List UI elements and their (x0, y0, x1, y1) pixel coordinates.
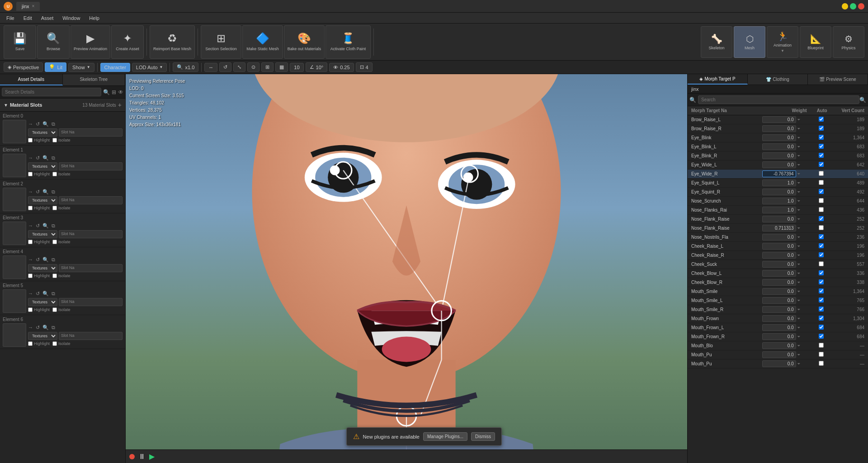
morph-weight-spin[interactable]: ⏷ (797, 172, 801, 176)
morph-weight-input[interactable] (762, 360, 796, 367)
make-static-mesh-button[interactable]: 🔷 Make Static Mesh (242, 25, 283, 59)
minimize-button[interactable] (842, 3, 848, 9)
material-reset-icon[interactable]: ↺ (36, 223, 40, 229)
morph-weight-input[interactable] (762, 225, 796, 232)
morph-weight-input[interactable] (762, 270, 796, 277)
morph-weight-spin[interactable]: ⏷ (797, 307, 801, 312)
morph-weight-spin[interactable]: ⏷ (797, 262, 801, 266)
morph-weight-spin[interactable]: ⏷ (797, 118, 801, 122)
material-arrow-icon[interactable]: → (28, 325, 33, 330)
snap-value-button[interactable]: 10 (290, 63, 303, 72)
morph-weight-spin[interactable]: ⏷ (797, 344, 801, 348)
morph-auto-checkbox[interactable] (819, 288, 824, 293)
morph-weight-spin[interactable]: ⏷ (797, 163, 801, 167)
eye-icon[interactable]: 👁 (118, 89, 123, 95)
snap-button[interactable]: ⊞ (261, 62, 274, 72)
highlight-checkbox[interactable] (28, 240, 33, 244)
morph-auto-checkbox[interactable] (819, 198, 824, 203)
morph-weight-spin[interactable]: ⏷ (797, 317, 801, 321)
morph-weight-spin[interactable]: ⏷ (797, 226, 801, 230)
material-copy-icon[interactable]: ⧉ (52, 223, 55, 229)
morph-auto-checkbox[interactable] (819, 270, 824, 275)
morph-auto-checkbox[interactable] (819, 279, 824, 284)
isolate-checkbox[interactable] (52, 341, 57, 346)
menu-asset[interactable]: Asset (38, 14, 57, 22)
pivot-button[interactable]: ⊙ (247, 62, 259, 72)
morph-weight-input[interactable] (762, 333, 796, 340)
mesh-mode-button[interactable]: ⬡ Mesh (734, 26, 765, 58)
morph-auto-checkbox[interactable] (819, 307, 824, 312)
material-arrow-icon[interactable]: → (28, 257, 33, 262)
material-type-dropdown[interactable]: Textures (28, 196, 57, 204)
morph-weight-input[interactable] (762, 207, 796, 213)
angle-button[interactable]: ∠ 10° (306, 62, 328, 72)
morph-weight-spin[interactable]: ⏷ (797, 217, 801, 221)
morph-weight-input[interactable] (762, 170, 796, 177)
activate-cloth-button[interactable]: 🧵 Activate Cloth Paint (326, 25, 371, 59)
app-tab[interactable]: jinx × (16, 2, 40, 11)
morph-weight-input[interactable] (762, 315, 796, 322)
morph-weight-input[interactable] (762, 143, 796, 150)
morph-auto-checkbox[interactable] (819, 144, 824, 149)
morph-weight-spin[interactable]: ⏷ (797, 136, 801, 140)
morph-weight-input[interactable] (762, 297, 796, 304)
morph-auto-checkbox[interactable] (819, 334, 824, 339)
material-copy-icon[interactable]: ⧉ (52, 257, 55, 263)
morph-weight-spin[interactable]: ⏷ (797, 326, 801, 330)
highlight-checkbox[interactable] (28, 274, 33, 278)
morph-auto-checkbox[interactable] (819, 117, 824, 122)
morph-weight-spin[interactable]: ⏷ (797, 253, 801, 257)
add-material-button[interactable]: + (118, 101, 122, 109)
material-copy-icon[interactable]: ⧉ (52, 155, 55, 161)
material-find-icon[interactable]: 🔍 (42, 291, 49, 297)
material-reset-icon[interactable]: ↺ (36, 257, 40, 263)
morph-weight-input[interactable] (762, 198, 796, 204)
morph-auto-checkbox[interactable] (819, 216, 824, 221)
tab-morph-target[interactable]: ◈ Morph Target P (688, 74, 748, 85)
material-type-dropdown[interactable]: Textures (28, 264, 57, 272)
morph-weight-spin[interactable]: ⏷ (797, 208, 801, 212)
morph-auto-checkbox[interactable] (819, 171, 824, 176)
material-copy-icon[interactable]: ⧉ (52, 121, 55, 127)
blueprint-mode-button[interactable]: 📐 Blueprint (800, 26, 831, 58)
morph-auto-checkbox[interactable] (819, 135, 824, 140)
preview-animation-button[interactable]: ▶ Preview Animation (71, 25, 110, 59)
morph-weight-input[interactable] (762, 180, 796, 186)
material-type-dropdown[interactable]: Textures (28, 162, 57, 170)
morph-weight-input[interactable] (762, 161, 796, 168)
menu-file[interactable]: File (3, 14, 18, 22)
morph-weight-input[interactable] (762, 116, 796, 123)
tab-close-button[interactable]: × (32, 4, 35, 9)
morph-auto-checkbox[interactable] (819, 361, 824, 366)
section-selection-button[interactable]: ⊞ Section Selection (201, 25, 241, 59)
material-find-icon[interactable]: 🔍 (42, 155, 49, 161)
morph-weight-input[interactable] (762, 234, 796, 241)
highlight-checkbox[interactable] (28, 138, 33, 142)
save-button[interactable]: 💾 Save (4, 25, 36, 59)
material-find-icon[interactable]: 🔍 (42, 223, 49, 229)
morph-weight-spin[interactable]: ⏷ (797, 271, 801, 275)
morph-auto-checkbox[interactable] (819, 207, 824, 212)
highlight-checkbox[interactable] (28, 341, 33, 346)
morph-weight-input[interactable] (762, 189, 796, 195)
dismiss-notification-button[interactable]: Dismiss (471, 432, 495, 441)
isolate-checkbox[interactable] (52, 138, 57, 142)
morph-auto-checkbox[interactable] (819, 189, 824, 194)
scale-button[interactable]: ⤡ (233, 62, 245, 72)
morph-weight-input[interactable] (762, 306, 796, 313)
animation-mode-button[interactable]: 🏃 Animation ▼ (767, 26, 798, 58)
morph-weight-spin[interactable]: ⏷ (797, 353, 801, 357)
menu-edit[interactable]: Edit (20, 14, 36, 22)
material-arrow-icon[interactable]: → (28, 291, 33, 296)
material-reset-icon[interactable]: ↺ (36, 155, 40, 161)
lod-button[interactable]: LOD Auto ▼ (132, 63, 167, 72)
material-copy-icon[interactable]: ⧉ (52, 291, 55, 297)
expand-icon[interactable]: ▼ (4, 103, 8, 108)
material-reset-icon[interactable]: ↺ (36, 291, 40, 297)
menu-help[interactable]: Help (85, 14, 103, 22)
morph-weight-spin[interactable]: ⏷ (797, 280, 801, 284)
show-button[interactable]: Show ▼ (68, 63, 94, 72)
morph-search-submit-icon[interactable]: 🔍 (859, 97, 866, 103)
morph-auto-checkbox[interactable] (819, 316, 824, 321)
morph-weight-spin[interactable]: ⏷ (797, 289, 801, 293)
